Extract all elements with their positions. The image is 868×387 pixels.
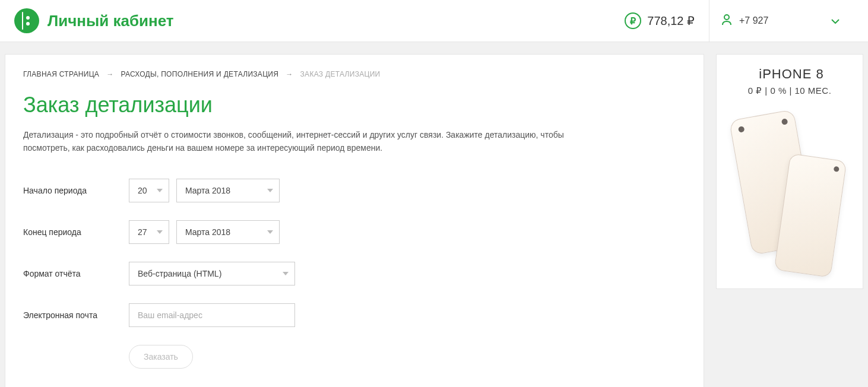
promo-banner[interactable]: iPHONE 8 0 ₽ | 0 % | 10 МЕС. [716,54,863,289]
chevron-down-icon [267,230,273,234]
end-day-select[interactable]: 27 [129,220,169,244]
format-label: Формат отчёта [23,269,129,278]
end-day-value: 27 [138,227,147,237]
sidebar: iPHONE 8 0 ₽ | 0 % | 10 МЕС. [716,54,863,387]
breadcrumb: ГЛАВНАЯ СТРАНИЦА → РАСХОДЫ, ПОПОЛНЕНИЯ И… [23,70,686,78]
balance-block[interactable]: ₽ 778,12 ₽ [625,12,695,29]
main-card: ГЛАВНАЯ СТРАНИЦА → РАСХОДЫ, ПОПОЛНЕНИЯ И… [5,54,704,387]
breadcrumb-section[interactable]: РАСХОДЫ, ПОПОЛНЕНИЯ И ДЕТАЛИЗАЦИЯ [121,70,278,78]
user-icon [721,14,732,28]
page-title: Заказ детализации [23,93,686,118]
start-day-select[interactable]: 20 [129,179,169,202]
end-month-value: Марта 2018 [185,227,230,237]
chevron-down-icon [157,230,163,234]
ruble-icon: ₽ [625,12,641,29]
svg-point-0 [724,15,729,20]
topbar: Личный кабинет ₽ 778,12 ₽ +7 927 [0,0,868,42]
start-day-value: 20 [138,186,147,195]
format-select[interactable]: Веб-страница (HTML) [129,262,295,286]
chevron-down-icon [831,16,840,26]
format-value: Веб-страница (HTML) [138,269,221,278]
email-input[interactable] [129,303,295,327]
email-label: Электронная почта [23,310,129,320]
start-month-value: Марта 2018 [185,186,230,195]
breadcrumb-current: ЗАКАЗ ДЕТАЛИЗАЦИИ [300,70,381,78]
chevron-down-icon [267,189,273,192]
breadcrumb-home[interactable]: ГЛАВНАЯ СТРАНИЦА [23,70,99,78]
detail-form: Начало периода 20 Марта 2018 Конец перио… [23,179,686,369]
user-menu[interactable]: +7 927 [709,0,851,42]
chevron-down-icon [283,272,289,275]
arrow-icon: → [106,70,113,78]
end-period-label: Конец периода [23,227,129,237]
page-description: Детализация - это подробный отчёт о стои… [23,128,605,155]
chevron-down-icon [157,189,163,192]
start-period-label: Начало периода [23,186,129,195]
logo-icon [14,8,39,33]
arrow-icon: → [286,70,293,78]
submit-button[interactable]: Заказать [129,345,193,369]
promo-subtitle: 0 ₽ | 0 % | 10 МЕС. [723,85,857,96]
site-title: Личный кабинет [47,12,174,30]
user-phone: +7 927 [739,15,824,26]
logo-block[interactable]: Личный кабинет [14,8,174,33]
promo-title: iPHONE 8 [723,66,857,82]
start-month-select[interactable]: Марта 2018 [176,179,280,202]
end-month-select[interactable]: Марта 2018 [176,220,280,244]
promo-image [723,108,857,280]
balance-value: 778,12 ₽ [647,14,695,28]
promo-title-text: iPHONE 8 [759,66,823,82]
